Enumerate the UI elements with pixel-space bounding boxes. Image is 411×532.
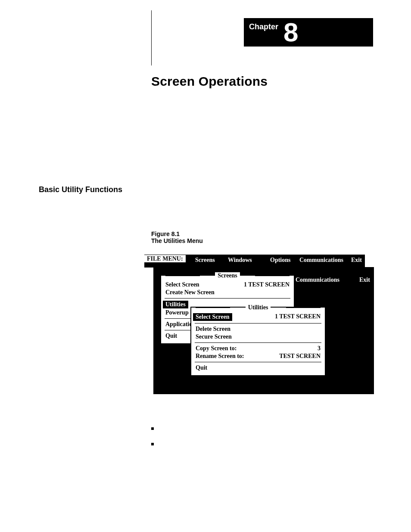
utilities-panel: Utilities Select Screen 1 TEST SCREEN De… (190, 307, 326, 376)
select-screen-value: 1 TEST SCREEN (244, 281, 290, 288)
file-menu-label[interactable]: FILE MENU: (144, 255, 186, 262)
delete-screen-row[interactable]: Delete Screen (196, 325, 321, 333)
utilities-highlight: Utilities (163, 301, 188, 308)
menu-windows[interactable]: Windows (228, 257, 252, 264)
figure-label: Figure 8.1 The Utilities Menu (151, 230, 203, 244)
screens-legend: Screens (165, 272, 290, 279)
select-screen-row[interactable]: Select Screen 1 TEST SCREEN (165, 281, 290, 289)
bullet-icon (151, 443, 154, 445)
menu-exit-front[interactable]: Exit (359, 277, 370, 283)
copy-screen-label: Copy Screen to: (196, 345, 237, 352)
bullet-list (151, 425, 158, 456)
secure-screen-row[interactable]: Secure Screen (196, 333, 321, 341)
menu-options[interactable]: Options (270, 257, 290, 264)
bullet-item (151, 425, 158, 430)
page-title: Screen Operations (151, 74, 268, 89)
create-screen-row[interactable]: Create New Screen (165, 289, 290, 296)
menu-communications-front[interactable]: Communications (296, 277, 339, 283)
bullet-item (151, 440, 158, 445)
side-heading: Basic Utility Functions (39, 185, 122, 194)
chapter-banner: Chapter 8 (244, 18, 373, 47)
copy-screen-row[interactable]: Copy Screen to: 3 (196, 345, 321, 352)
util-select-highlight: Select Screen (193, 313, 232, 321)
figure-caption: The Utilities Menu (151, 237, 203, 244)
header-rule (151, 10, 152, 65)
figure-number: Figure 8.1 (151, 230, 180, 237)
rename-screen-value: TEST SCREEN (279, 353, 321, 360)
utilities-legend: Utilities (196, 304, 321, 311)
util-select-row[interactable]: Select Screen 1 TEST SCREEN (196, 313, 321, 321)
chapter-label: Chapter (249, 22, 278, 31)
menu-exit[interactable]: Exit (351, 257, 362, 264)
util-select-value: 1 TEST SCREEN (275, 313, 321, 321)
rename-screen-row[interactable]: Rename Screen to: TEST SCREEN (196, 352, 321, 360)
menubar-back: FILE MENU: Screens Windows Options Commu… (144, 254, 365, 268)
menu-communications[interactable]: Communications (299, 257, 343, 264)
chapter-number: 8 (283, 18, 297, 47)
copy-screen-value: 3 (318, 345, 321, 352)
select-screen-label: Select Screen (165, 281, 199, 288)
menu-screens[interactable]: Screens (195, 257, 215, 264)
rename-screen-label: Rename Screen to: (196, 353, 244, 360)
bullet-icon (151, 427, 154, 430)
figure: FILE MENU: Screens Windows Options Commu… (144, 254, 374, 405)
utilities-quit-row[interactable]: Quit (196, 364, 321, 372)
